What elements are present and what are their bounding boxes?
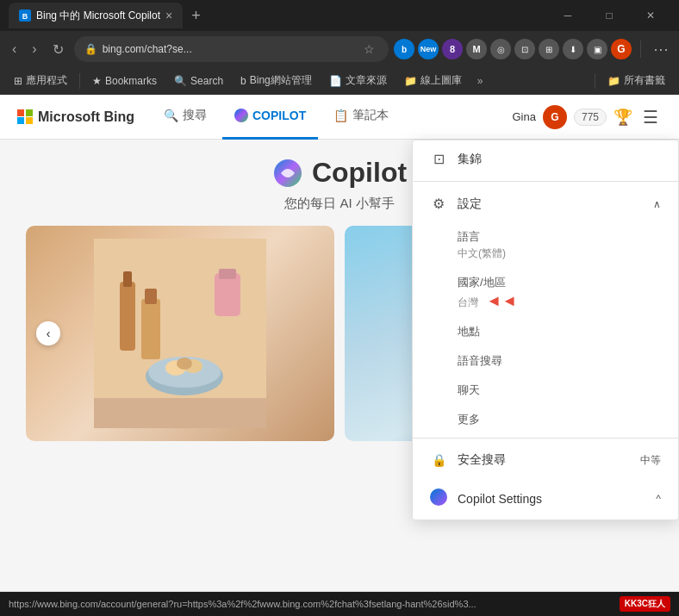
lock-menu-icon: 🔒 [430,453,447,467]
menu-copilot-settings-label: Copilot Settings [458,492,542,506]
ext-bing-icon[interactable]: b [394,39,414,59]
star-button[interactable]: ☆ [360,40,378,58]
forward-button[interactable]: › [27,38,41,60]
bing-nav: 🔍 搜尋 COPILOT 📋 筆記本 [152,95,513,140]
bing-right: Gina G 775 🏆 ☰ [513,103,663,131]
svg-text:b: b [402,45,407,54]
ms-red-sq [17,109,24,116]
bookmark-apps-label: 應用程式 [26,73,67,88]
search-nav-icon: 🔍 [164,109,178,122]
ext-grid-icon[interactable]: ⊞ [539,39,559,59]
nav-notebook[interactable]: 📋 筆記本 [321,95,401,140]
ext-tablet-icon[interactable]: ▣ [587,39,607,59]
submenu-chat[interactable]: 聊天 [413,376,678,405]
lock-icon: 🔒 [84,43,97,55]
menu-item-safe-search[interactable]: 🔒 安全搜尋 中等 [413,442,678,478]
bookmark-bing-admin[interactable]: b Bing網站管理 [234,71,319,90]
menu-settings-label: 設定 [458,196,482,212]
tab-bar: B Bing 中的 Microsoft Copilot × + [9,3,548,28]
trophy-icon[interactable]: 🏆 [614,108,632,127]
status-watermark-area: KK3C狂人 [620,596,670,612]
bookmark-gallery[interactable]: 📁 線上圖庫 [397,71,469,90]
ext-download-icon[interactable]: ⬇ [563,39,583,59]
toolbar-divider [640,40,641,58]
kitchen-image [26,226,334,441]
safe-search-value: 中等 [640,453,661,468]
hamburger-menu-button[interactable]: ☰ [639,103,662,131]
bing-logo[interactable]: Microsoft Bing [17,109,134,125]
submenu-voice-search[interactable]: 語音搜尋 [413,346,678,376]
ext-orange-icon[interactable]: G [611,39,632,59]
menu-item-collections[interactable]: ⊡ 集錦 [413,140,678,177]
browser-menu-button[interactable]: ⋯ [650,36,672,62]
submenu-language[interactable]: 語言 中文(繁體) [413,222,678,268]
copilot-page-title: Copilot [312,157,407,189]
location-label: 地點 [458,324,661,339]
svg-rect-7 [123,271,132,287]
chat-label: 聊天 [458,383,661,398]
bing-icon: b [240,75,246,87]
copilot-settings-icon [430,488,447,509]
ext-purple-icon[interactable]: 8 [442,39,463,59]
browser-chrome: B Bing 中的 Microsoft Copilot × + ─ □ ✕ ‹ … [0,0,679,616]
region-value: 台灣 ◄◄ [458,292,661,310]
copilot-nav-icon [234,109,248,122]
ext-box-icon[interactable]: ⊡ [514,39,535,59]
copilot-logo-icon [272,158,303,189]
copilot-settings-expand: ^ [656,493,661,505]
back-button[interactable]: ‹ [7,38,22,60]
menu-safe-search-label: 安全搜尋 [458,452,506,468]
settings-expand-icon: ∧ [653,198,661,210]
language-label: 語言 [458,229,661,245]
svg-rect-6 [120,282,135,351]
bookmark-articles[interactable]: 📄 文章來源 [322,71,394,90]
more-label: 更多 [458,412,661,427]
menu-item-settings[interactable]: ⚙ 設定 ∧ [413,185,678,222]
nav-search-label: 搜尋 [183,108,207,123]
bookmark-search[interactable]: 🔍 Search [167,72,230,90]
menu-divider-1 [413,181,678,182]
active-tab[interactable]: B Bing 中的 Microsoft Copilot × [9,3,183,28]
ext-circle-icon[interactable]: ◎ [490,39,511,59]
bookmark-all[interactable]: 📁 所有書籤 [601,71,672,90]
window-controls: ─ □ ✕ [548,3,670,28]
language-value: 中文(繁體) [458,246,661,261]
bookmark-bookmarks[interactable]: ★ Bookmarks [85,72,164,90]
svg-rect-17 [219,269,236,279]
title-bar: B Bing 中的 Microsoft Copilot × + ─ □ ✕ [0,0,679,31]
maximize-button[interactable]: □ [589,3,629,28]
url-box[interactable]: 🔒 bing.com/chat?se... ☆ [74,36,389,62]
nav-copilot[interactable]: COPILOT [222,95,318,140]
ms-yellow-sq [26,117,33,124]
article-icon: 📄 [329,75,342,87]
ext-new-icon[interactable]: New [418,39,439,59]
submenu-more[interactable]: 更多 [413,405,678,434]
nav-search[interactable]: 🔍 搜尋 [152,95,219,140]
svg-rect-9 [145,289,157,304]
bookmarks-overflow[interactable]: » [472,72,489,90]
prev-image-button[interactable]: ‹ [36,321,60,345]
image-card-kitchen: ‹ [26,226,334,441]
bookmark-apps[interactable]: ⊞ 應用程式 [7,71,74,90]
dropdown-menu: ⊡ 集錦 ⚙ 設定 ∧ 語言 中文(繁體) 國家/地區 [412,140,679,520]
nav-copilot-label: COPILOT [252,109,306,122]
submenu-location[interactable]: 地點 [413,317,678,346]
gallery-icon: 📁 [404,75,417,87]
new-tab-button[interactable]: + [186,5,206,27]
points-badge: 775 [574,109,607,126]
svg-rect-8 [141,299,160,359]
star-icon: ★ [92,75,102,87]
menu-item-copilot-settings[interactable]: Copilot Settings ^ [413,478,678,520]
tab-close-btn[interactable]: × [165,9,172,22]
user-avatar[interactable]: G [543,105,567,129]
bookmarks-bar: ⊞ 應用程式 ★ Bookmarks 🔍 Search b Bing網站管理 📄… [0,67,679,95]
reload-button[interactable]: ↻ [47,38,69,61]
nav-notebook-label: 筆記本 [352,108,389,123]
tab-favicon: B [19,9,31,22]
svg-text:B: B [22,12,28,21]
submenu-region[interactable]: 國家/地區 台灣 ◄◄ [413,268,678,317]
close-button[interactable]: ✕ [631,3,670,28]
ext-m-icon[interactable]: M [466,39,487,59]
minimize-button[interactable]: ─ [548,3,588,28]
bookmark-bookmarks-label: Bookmarks [105,75,157,87]
